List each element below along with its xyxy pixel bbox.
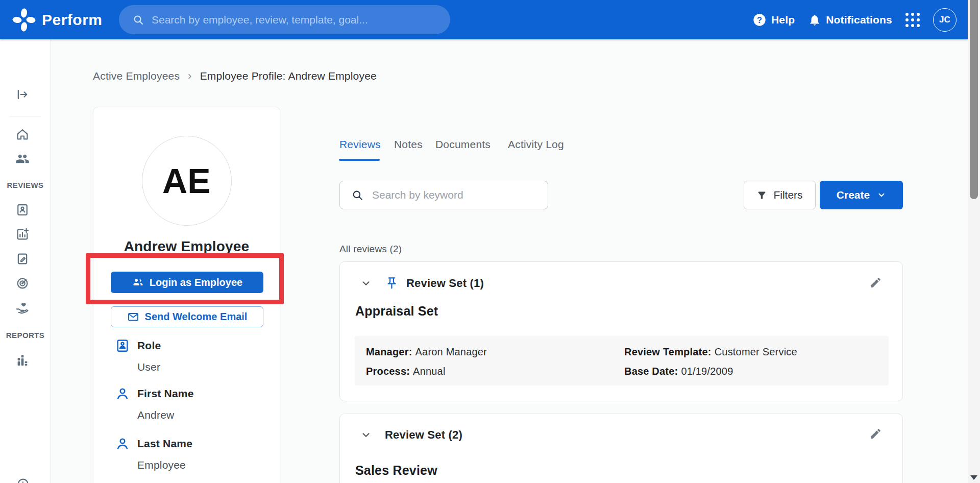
collapse-chevron-icon[interactable] <box>360 278 372 289</box>
chevron-down-icon <box>877 190 886 200</box>
tab-activity-log[interactable]: Activity Log <box>508 138 564 151</box>
breadcrumb-active-employees[interactable]: Active Employees <box>93 70 180 82</box>
breadcrumb: Active Employees › Employee Profile: And… <box>93 69 377 83</box>
employees-icon[interactable] <box>15 152 30 166</box>
review-set-card: Review Set (2) Sales Review <box>339 414 903 483</box>
employee-name: Andrew Employee <box>93 238 280 255</box>
manager-value: Aaron Manager <box>415 346 487 357</box>
review-title: Sales Review <box>355 463 437 478</box>
help-icon: ? <box>752 13 767 27</box>
base-date-value: 01/19/2009 <box>681 366 733 377</box>
chart-add-icon[interactable] <box>15 227 30 242</box>
create-button[interactable]: Create <box>820 181 903 209</box>
tab-documents[interactable]: Documents <box>435 138 491 151</box>
review-template-field: Review Template:Customer Service <box>624 346 797 358</box>
review-template-label: Review Template: <box>624 346 715 357</box>
employee-avatar: AE <box>142 136 232 226</box>
app-logo[interactable]: Perform <box>0 8 103 32</box>
employee-profile-card: AE Andrew Employee Login as Employee Sen… <box>93 107 280 483</box>
manager-label: Manager: <box>366 346 415 357</box>
left-sidebar: REVIEWS REPORTS <box>0 39 51 483</box>
top-navigation-bar: Perform ? Help Notificati <box>0 0 968 39</box>
review-details-box: Manager:Aaron Manager Review Template:Cu… <box>355 336 889 385</box>
review-badge-icon[interactable] <box>15 203 30 217</box>
first-name-label: First Name <box>137 388 194 400</box>
collapse-chevron-icon[interactable] <box>360 429 372 441</box>
perform-flower-icon <box>12 8 36 32</box>
help-label: Help <box>771 14 795 26</box>
breadcrumb-separator-icon: › <box>188 69 192 83</box>
review-set-card: Review Set (1) Appraisal Set Manager:Aar… <box>339 261 903 401</box>
user-avatar[interactable]: JC <box>933 8 957 32</box>
role-value: User <box>137 361 160 373</box>
edit-pencil-icon[interactable] <box>869 276 882 289</box>
scrollbar-thumb[interactable] <box>970 0 978 199</box>
help-button[interactable]: ? Help <box>752 13 795 27</box>
sidebar-section-reviews: REVIEWS <box>0 181 51 189</box>
bell-icon <box>808 13 821 27</box>
hand-heart-icon[interactable] <box>15 301 30 315</box>
role-label: Role <box>137 340 161 352</box>
filters-label: Filters <box>773 189 802 201</box>
role-badge-icon <box>115 338 130 353</box>
reports-bars-icon[interactable] <box>15 353 30 368</box>
home-icon[interactable] <box>15 127 30 141</box>
tab-notes[interactable]: Notes <box>394 138 423 151</box>
keyword-search-input[interactable] <box>372 189 536 201</box>
process-label: Process: <box>366 366 413 377</box>
review-set-label: Review Set (2) <box>385 428 462 442</box>
sidebar-section-reports: REPORTS <box>0 331 51 340</box>
goals-target-icon[interactable] <box>15 276 30 291</box>
sidebar-divider <box>9 116 41 116</box>
process-field: Process:Annual <box>366 366 446 377</box>
notifications-button[interactable]: Notifications <box>808 13 892 27</box>
person-icon <box>115 436 130 451</box>
all-reviews-count: All reviews (2) <box>339 244 402 255</box>
create-label: Create <box>837 189 870 201</box>
process-value: Annual <box>413 366 445 377</box>
brand-name: Perform <box>42 11 103 29</box>
svg-text:?: ? <box>757 15 762 24</box>
scroll-down-arrow-icon[interactable] <box>970 475 977 480</box>
search-icon <box>351 189 364 202</box>
expand-sidebar-icon[interactable] <box>15 87 30 102</box>
page-scrollbar <box>968 0 980 483</box>
base-date-field: Base Date:01/19/2009 <box>624 366 733 377</box>
last-name-label: Last Name <box>137 438 192 450</box>
first-name-value: Andrew <box>137 409 174 421</box>
global-search-input[interactable] <box>152 14 437 26</box>
notifications-label: Notifications <box>826 14 892 26</box>
keyword-search[interactable] <box>339 181 548 209</box>
review-title: Appraisal Set <box>355 304 438 319</box>
filters-button[interactable]: Filters <box>744 181 816 209</box>
base-date-label: Base Date: <box>624 366 681 377</box>
breadcrumb-current: Employee Profile: Andrew Employee <box>200 70 377 82</box>
manager-field: Manager:Aaron Manager <box>366 346 487 358</box>
send-welcome-email-label: Send Welcome Email <box>145 311 248 323</box>
search-icon <box>132 14 144 26</box>
login-as-employee-button[interactable]: Login as Employee <box>111 272 263 293</box>
filter-funnel-icon <box>756 190 767 201</box>
envelope-icon <box>127 311 139 323</box>
clipboard-edit-icon[interactable] <box>15 252 30 266</box>
edit-pencil-icon[interactable] <box>869 427 882 440</box>
history-icon[interactable] <box>15 477 30 483</box>
people-icon <box>132 276 144 288</box>
active-tab-indicator <box>339 159 380 161</box>
global-search[interactable] <box>119 5 450 34</box>
app-grid-icon[interactable] <box>905 13 920 27</box>
review-template-value: Customer Service <box>715 346 797 357</box>
pin-icon <box>385 276 399 290</box>
tab-reviews[interactable]: Reviews <box>339 138 381 151</box>
review-set-label: Review Set (1) <box>406 277 484 290</box>
last-name-value: Employee <box>137 459 186 471</box>
login-as-employee-label: Login as Employee <box>150 277 242 288</box>
send-welcome-email-button[interactable]: Send Welcome Email <box>111 306 263 327</box>
person-icon <box>115 386 130 401</box>
